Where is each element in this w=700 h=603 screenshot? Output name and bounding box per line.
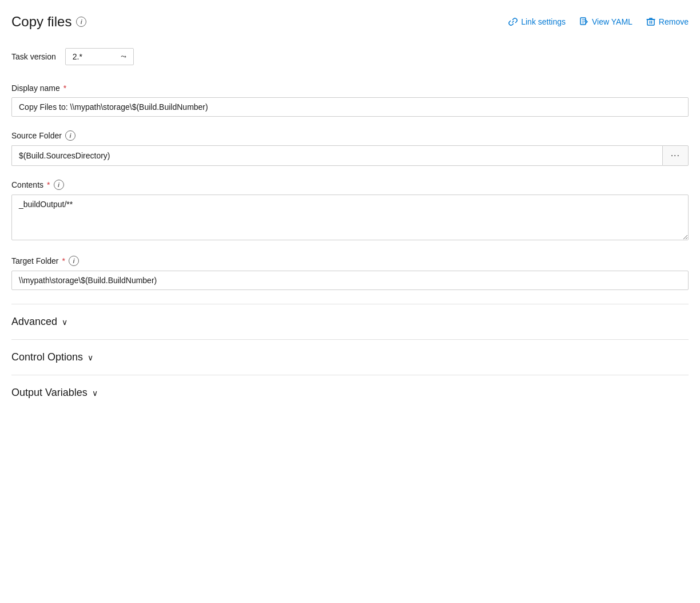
source-folder-browse-button[interactable]: ··· xyxy=(662,145,689,166)
source-folder-section: Source Folder i ··· xyxy=(11,130,689,166)
page-title: Copy files xyxy=(11,14,71,30)
control-options-section-title: Control Options xyxy=(11,351,83,363)
yaml-icon xyxy=(579,17,588,26)
advanced-section: Advanced ∨ xyxy=(11,304,689,339)
display-name-label: Display name * xyxy=(11,84,689,93)
remove-icon xyxy=(646,17,655,26)
display-name-required: * xyxy=(63,84,66,93)
source-folder-input[interactable] xyxy=(11,145,662,166)
contents-label: Contents * i xyxy=(11,180,689,190)
contents-required: * xyxy=(47,180,50,189)
control-options-chevron-icon: ∨ xyxy=(88,353,93,362)
control-options-section-header[interactable]: Control Options ∨ xyxy=(11,351,689,363)
target-folder-info-icon[interactable]: i xyxy=(69,256,79,266)
control-options-section: Control Options ∨ xyxy=(11,339,689,375)
target-folder-label: Target Folder * i xyxy=(11,256,689,266)
remove-button[interactable]: Remove xyxy=(646,17,689,26)
advanced-section-header[interactable]: Advanced ∨ xyxy=(11,316,689,328)
version-chevron-down-icon: ⤳ xyxy=(121,53,126,61)
page-header: Copy files i Link settings View YAML xyxy=(11,14,689,30)
task-version-value: 2.* xyxy=(73,52,82,61)
display-name-input[interactable] xyxy=(11,97,689,117)
header-actions: Link settings View YAML Remove xyxy=(508,17,689,26)
header-left: Copy files i xyxy=(11,14,86,30)
source-folder-info-icon[interactable]: i xyxy=(65,130,75,141)
target-folder-input[interactable] xyxy=(11,271,689,290)
advanced-chevron-icon: ∨ xyxy=(62,318,67,327)
contents-info-icon[interactable]: i xyxy=(54,180,64,190)
display-name-section: Display name * xyxy=(11,84,689,117)
contents-section: Contents * i _buildOutput/** xyxy=(11,180,689,242)
contents-textarea[interactable]: _buildOutput/** xyxy=(11,195,689,240)
task-version-label: Task version xyxy=(11,52,56,61)
output-variables-chevron-icon: ∨ xyxy=(92,388,98,398)
source-folder-label: Source Folder i xyxy=(11,130,689,141)
advanced-section-title: Advanced xyxy=(11,316,57,328)
title-info-icon[interactable]: i xyxy=(76,17,86,27)
output-variables-section-title: Output Variables xyxy=(11,387,88,399)
link-icon xyxy=(508,17,518,26)
task-version-select[interactable]: 2.* ⤳ xyxy=(65,48,134,65)
task-version-row: Task version 2.* ⤳ xyxy=(11,48,689,65)
output-variables-section: Output Variables ∨ xyxy=(11,375,689,410)
svg-rect-1 xyxy=(647,19,654,25)
source-folder-input-group: ··· xyxy=(11,145,689,166)
target-folder-required: * xyxy=(62,256,65,265)
target-folder-section: Target Folder * i xyxy=(11,256,689,290)
output-variables-section-header[interactable]: Output Variables ∨ xyxy=(11,387,689,399)
link-settings-button[interactable]: Link settings xyxy=(508,17,566,26)
view-yaml-button[interactable]: View YAML xyxy=(579,17,633,26)
